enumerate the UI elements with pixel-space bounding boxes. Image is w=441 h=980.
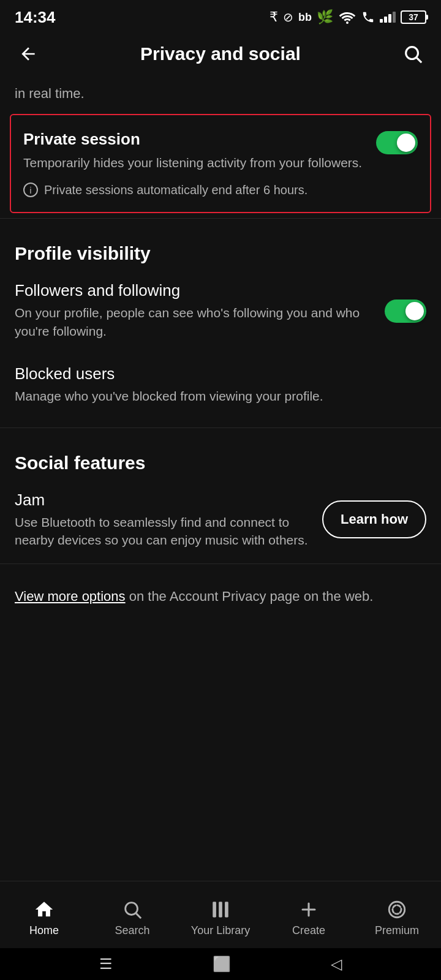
rupee-icon: ₹ <box>270 9 278 25</box>
private-session-text: Private session Temporarily hides your l… <box>23 130 366 172</box>
svg-rect-5 <box>219 902 222 918</box>
blocked-users-title: Blocked users <box>15 364 426 383</box>
toggle-knob <box>397 134 415 152</box>
nav-label-search: Search <box>115 924 149 937</box>
divider-3 <box>0 564 441 564</box>
premium-icon <box>386 899 408 921</box>
circle-icon: ⊘ <box>283 10 293 24</box>
system-nav-bar: ☰ ⬜ ◁ <box>0 948 441 980</box>
nav-label-library: Your Library <box>191 924 250 937</box>
followers-toggle[interactable] <box>385 300 426 323</box>
nav-label-create: Create <box>292 924 325 937</box>
followers-toggle-knob <box>405 302 424 320</box>
menu-button[interactable]: ☰ <box>99 956 113 973</box>
svg-rect-4 <box>213 902 216 918</box>
jam-text: Jam Use Bluetooth to seamlessly find and… <box>15 491 310 549</box>
private-session-info: i Private sessions automatically end aft… <box>23 183 418 197</box>
followers-setting: Followers and following On your profile,… <box>15 281 426 340</box>
private-session-toggle[interactable] <box>376 131 418 154</box>
footer-link[interactable]: View more options <box>15 589 126 604</box>
nav-item-library[interactable]: Your Library <box>176 881 265 948</box>
followers-desc: On your profile, people can see who's fo… <box>15 304 375 340</box>
followers-text: Followers and following On your profile,… <box>15 281 375 340</box>
svg-line-1 <box>417 58 421 62</box>
divider-2 <box>0 428 441 428</box>
search-nav-icon <box>121 899 143 921</box>
footer-text: View more options on the Account Privacy… <box>0 569 441 624</box>
nav-item-home[interactable]: Home <box>0 881 88 948</box>
home-icon <box>33 899 55 921</box>
search-button[interactable] <box>399 40 426 67</box>
back-button[interactable] <box>15 40 42 67</box>
battery-indicator: 37 <box>401 10 426 24</box>
followers-toggle-row: Followers and following On your profile,… <box>15 281 426 340</box>
call-icon <box>361 10 375 24</box>
svg-rect-6 <box>225 902 228 918</box>
home-sys-button[interactable]: ⬜ <box>213 956 231 973</box>
profile-visibility-section: Profile visibility Followers and followi… <box>0 224 441 422</box>
status-icons: ₹ ⊘ bb 🌿 37 <box>270 9 426 25</box>
followers-title: Followers and following <box>15 281 375 300</box>
nav-item-premium[interactable]: Premium <box>353 881 441 948</box>
blocked-users-item[interactable]: Blocked users Manage who you've blocked … <box>15 357 426 412</box>
nav-label-home: Home <box>29 924 59 937</box>
nav-label-premium: Premium <box>375 924 419 937</box>
bottom-nav: Home Search Your Library <box>0 881 441 948</box>
private-session-toggle-row: Private session Temporarily hides your l… <box>23 130 418 172</box>
social-features-heading: Social features <box>15 453 426 473</box>
nav-item-search[interactable]: Search <box>88 881 176 948</box>
svg-point-0 <box>406 47 418 59</box>
blocked-users-desc: Manage who you've blocked from viewing y… <box>15 387 426 405</box>
footer-rest: on the Account Privacy page on the web. <box>126 589 374 604</box>
info-icon: i <box>23 183 38 197</box>
page-content: in real time. Private session Temporaril… <box>0 76 441 722</box>
leaf-icon: 🌿 <box>317 9 333 25</box>
status-time: 14:34 <box>15 8 56 27</box>
profile-visibility-heading: Profile visibility <box>15 243 426 264</box>
private-session-desc: Temporarily hides your listening activit… <box>23 154 366 172</box>
partial-text: in real time. <box>0 76 441 114</box>
learn-how-button[interactable]: Learn how <box>322 500 426 538</box>
private-session-card: Private session Temporarily hides your l… <box>10 114 431 213</box>
create-icon <box>298 899 320 921</box>
nav-item-create[interactable]: Create <box>265 881 353 948</box>
jam-desc: Use Bluetooth to seamlessly find and con… <box>15 513 310 549</box>
page-header: Privacy and social <box>0 32 441 76</box>
page-title: Privacy and social <box>42 43 399 64</box>
status-bar: 14:34 ₹ ⊘ bb 🌿 37 <box>0 0 441 32</box>
svg-point-10 <box>393 905 401 914</box>
jam-title: Jam <box>15 491 310 510</box>
svg-point-9 <box>389 902 405 918</box>
bb-icon: bb <box>298 11 312 24</box>
svg-line-3 <box>136 913 141 918</box>
library-icon <box>209 899 232 921</box>
wifi-icon <box>338 10 356 24</box>
info-text: Private sessions automatically end after… <box>44 183 307 197</box>
jam-item: Jam Use Bluetooth to seamlessly find and… <box>15 491 426 549</box>
divider-1 <box>0 218 441 219</box>
private-session-title: Private session <box>23 130 366 149</box>
social-features-section: Social features Jam Use Bluetooth to sea… <box>0 433 441 559</box>
bottom-nav-wrap: Home Search Your Library <box>0 881 441 980</box>
signal-icon <box>380 12 396 23</box>
back-sys-button[interactable]: ◁ <box>331 956 342 973</box>
svg-point-2 <box>126 903 138 915</box>
